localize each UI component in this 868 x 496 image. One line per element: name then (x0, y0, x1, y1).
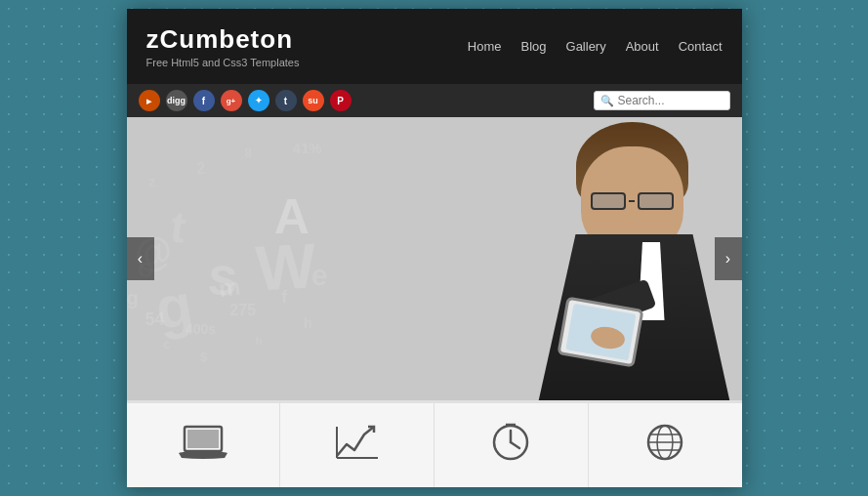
char-e: e (310, 258, 329, 292)
site-logo-area: zCumbeton Free Html5 and Css3 Templates (146, 24, 300, 68)
feature-row (127, 400, 742, 487)
char-275: 275 (229, 302, 256, 319)
clock-icon (486, 423, 535, 468)
search-icon: 🔍 (600, 95, 614, 107)
nav-item-blog[interactable]: Blog (520, 37, 546, 56)
char-400s: 400s (186, 321, 216, 337)
feature-analytics (280, 403, 434, 487)
social-icons: ▸ digg f g+ ✦ t su P (139, 90, 351, 111)
site-logo-subtitle: Free Html5 and Css3 Templates (146, 57, 300, 68)
char-small1: c (163, 338, 170, 351)
nav-item-contact[interactable]: Contact (679, 37, 723, 56)
char-g2: g (127, 287, 139, 310)
site-wrapper: zCumbeton Free Html5 and Css3 Templates … (127, 9, 742, 487)
site-logo-title: zCumbeton (146, 24, 300, 55)
stumbleupon-icon[interactable]: su (303, 90, 324, 111)
char-small2: $ (200, 350, 207, 364)
twitter-icon[interactable]: ✦ (248, 90, 269, 111)
char-top4: 41% (293, 140, 322, 156)
site-header: zCumbeton Free Html5 and Css3 Templates … (127, 9, 742, 84)
lens-left (591, 192, 627, 210)
search-box[interactable]: 🔍 (594, 91, 730, 110)
char-small3: h (256, 335, 263, 347)
pinterest-icon[interactable]: P (330, 90, 351, 111)
nav-item-gallery[interactable]: Gallery (566, 37, 606, 56)
glasses-bridge (629, 200, 635, 202)
char-54: 54 (145, 310, 164, 330)
glasses (591, 190, 674, 212)
char-top1: z (148, 174, 155, 189)
feature-clock (434, 403, 589, 487)
nav-item-home[interactable]: Home (468, 37, 502, 56)
search-input[interactable] (618, 94, 725, 107)
char-top3: 8 (244, 145, 251, 160)
feature-globe (589, 403, 742, 487)
slider-next-button[interactable]: › (715, 237, 742, 280)
lens-right (638, 192, 674, 210)
char-top2: 2 (196, 160, 205, 178)
slider-prev-button[interactable]: ‹ (127, 237, 154, 280)
site-nav: Home Blog Gallery About Contact (468, 37, 723, 56)
hero-slider: g s W t @ A 54 400s 275 f g c $ h h z 2 … (127, 117, 742, 400)
laptop-icon (179, 423, 227, 468)
char-h2: h (304, 315, 312, 331)
hero-canvas: g s W t @ A 54 400s 275 f g c $ h h z 2 … (127, 117, 742, 400)
facebook-icon[interactable]: f (193, 90, 215, 111)
globe-icon (641, 423, 689, 468)
google-plus-icon[interactable]: g+ (221, 90, 242, 111)
rss-icon[interactable]: ▸ (139, 90, 160, 111)
char-A: A (274, 188, 310, 245)
person-area (403, 117, 742, 400)
digg-icon[interactable]: digg (166, 90, 187, 111)
svg-line-6 (511, 442, 519, 448)
char-m: m (217, 271, 242, 303)
social-bar: ▸ digg f g+ ✦ t su P 🔍 (127, 84, 742, 117)
svg-rect-1 (187, 430, 219, 448)
nav-item-about[interactable]: About (626, 37, 659, 56)
feature-laptop (127, 403, 281, 487)
analytics-icon (333, 423, 382, 468)
tumblr-icon[interactable]: t (275, 90, 297, 111)
char-f: f (281, 287, 287, 308)
